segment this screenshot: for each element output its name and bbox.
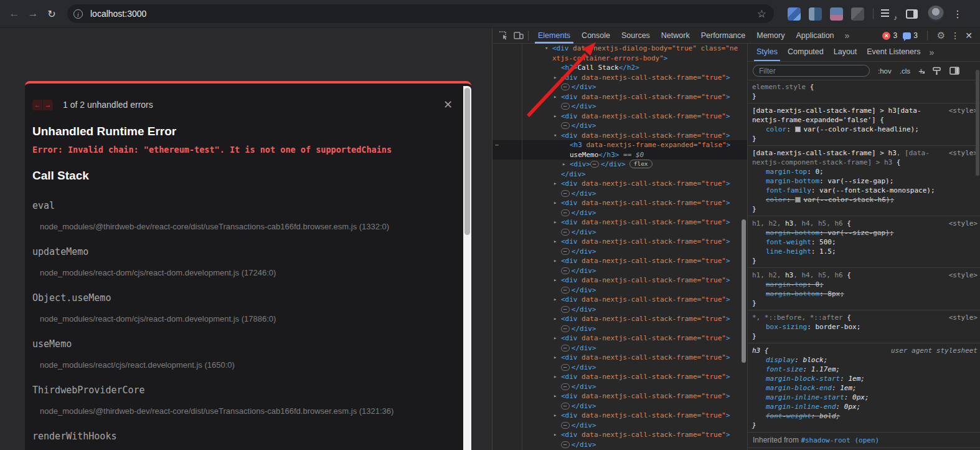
css-property[interactable]: margin-top: 0;: [752, 280, 978, 289]
devtools-tab-elements[interactable]: Elements: [532, 28, 576, 44]
dom-tree-line[interactable]: ⋯</div>: [492, 305, 747, 315]
dom-tree-line[interactable]: ▸<div data-nextjs-call-stack-frame="true…: [492, 112, 747, 122]
elements-scrollbar-thumb[interactable]: [742, 219, 746, 363]
devtools-tab-sources[interactable]: Sources: [616, 28, 656, 44]
frame-location[interactable]: node_modules/react-dom/cjs/react-dom.dev…: [40, 314, 453, 323]
css-property[interactable]: display: block;: [752, 355, 978, 365]
dom-tree-line[interactable]: ⋯</div>: [492, 102, 747, 112]
css-property[interactable]: font-weight: 500;: [752, 237, 978, 247]
collapsed-content-icon[interactable]: ⋯: [561, 190, 570, 197]
rule-origin-link[interactable]: <style>: [949, 313, 978, 322]
collapsed-content-icon[interactable]: ⋯: [561, 248, 570, 255]
new-style-rule-icon[interactable]: +: [918, 68, 924, 74]
collapsed-content-icon[interactable]: ⋯: [561, 422, 570, 429]
frame-name[interactable]: renderWithHooks: [32, 431, 453, 442]
devtools-tab-memory[interactable]: Memory: [751, 28, 790, 44]
dom-tree-line[interactable]: ⋯</div>: [492, 227, 747, 237]
frame-location[interactable]: node_modules/react-dom/cjs/react-dom.dev…: [40, 268, 453, 277]
css-rule[interactable]: element.style {}: [748, 80, 980, 103]
rule-origin-link[interactable]: <style>: [949, 106, 978, 115]
dom-tree-line[interactable]: ▸<div data-nextjs-call-stack-frame="true…: [492, 353, 747, 363]
devtools-menu-icon[interactable]: ⋮: [951, 31, 959, 41]
css-property[interactable]: font-family: var(--font-stack-monospace)…: [752, 186, 978, 195]
rule-origin-link[interactable]: <style>: [949, 148, 978, 158]
frame-location[interactable]: node_modules/@thirdweb-dev/react-core/di…: [40, 406, 453, 416]
computed-sidebar-icon[interactable]: [949, 67, 959, 75]
site-info-icon[interactable]: i: [73, 9, 83, 19]
styles-filter-input[interactable]: [753, 65, 870, 77]
collapsed-content-icon[interactable]: ⋯: [561, 209, 570, 216]
color-swatch[interactable]: [795, 127, 801, 132]
dom-tree-line[interactable]: ⋯</div>: [492, 421, 747, 431]
css-property[interactable]: margin-inline-start: 0px;: [752, 393, 978, 402]
frame-location[interactable]: node_modules/@thirdweb-dev/react-core/di…: [40, 222, 453, 231]
collapsed-content-icon[interactable]: ⋯: [561, 345, 570, 352]
dom-tree-line[interactable]: ⋯</div>: [492, 82, 747, 92]
collapsed-content-icon[interactable]: ⋯: [561, 383, 570, 390]
dom-tree-line[interactable]: ⋯</div>: [492, 189, 747, 199]
css-rule[interactable]: <style>[data-nextjs-call-stack-frame] > …: [748, 146, 980, 216]
paint-roller-icon[interactable]: [932, 67, 941, 75]
devtools-tab-network[interactable]: Network: [656, 28, 695, 44]
side-panel-icon[interactable]: [906, 9, 918, 19]
dom-tree-line[interactable]: ▸<div data-nextjs-call-stack-frame="true…: [492, 430, 747, 440]
collapsed-content-icon[interactable]: ⋯: [561, 122, 570, 129]
styles-scrollbar-thumb[interactable]: [976, 70, 979, 176]
dom-tree-line[interactable]: ▸<div data-nextjs-call-stack-frame="true…: [492, 314, 747, 324]
dom-tree-line[interactable]: ▸<div data-nextjs-call-stack-frame="true…: [492, 333, 747, 343]
dom-tree-line[interactable]: ⋯</div>: [492, 401, 747, 411]
next-error-button[interactable]: →: [43, 100, 53, 110]
css-property[interactable]: color: var(--color-stack-h6);: [752, 195, 978, 204]
dom-tree-line[interactable]: ⋯</div>: [492, 440, 747, 450]
device-toolbar-icon[interactable]: [513, 31, 524, 40]
css-rule[interactable]: <style>h1, h2, h3, h4, h5, h6 {margin-bo…: [748, 216, 980, 268]
issues-badge[interactable]: 3: [903, 31, 918, 40]
dom-tree-line[interactable]: ⋯</div>: [492, 285, 747, 295]
css-property[interactable]: margin-bottom: var(--size-gap);: [752, 228, 978, 237]
css-rule[interactable]: user agent stylesheeth3 {display: block;…: [748, 343, 980, 433]
media-controls-icon[interactable]: ♪: [881, 7, 896, 20]
expand-arrow-icon[interactable]: ▸: [554, 112, 557, 122]
css-rule[interactable]: <style>h1, h2, h3, h4, h5, h6 {margin-to…: [748, 268, 980, 310]
css-property[interactable]: margin-block-start: 1em;: [752, 374, 978, 383]
toggle-element-classes[interactable]: .cls: [900, 67, 910, 75]
styles-tab-computed[interactable]: Computed: [783, 44, 829, 61]
dom-tree-line[interactable]: ▸<div data-nextjs-call-stack-frame="true…: [492, 237, 747, 247]
dom-tree-line[interactable]: ⋯</div>: [492, 363, 747, 373]
url-text[interactable]: localhost:3000: [90, 9, 757, 19]
settings-gear-icon[interactable]: ⚙: [937, 30, 945, 41]
dom-tree-line[interactable]: xtjs-container-errors-body">: [492, 54, 747, 64]
css-property[interactable]: margin-inline-end: 0px;: [752, 402, 978, 411]
expand-arrow-icon[interactable]: ▸: [554, 237, 557, 247]
collapsed-content-icon[interactable]: ⋯: [561, 325, 570, 332]
styles-tab-layout[interactable]: Layout: [829, 44, 862, 61]
dom-tree-line[interactable]: ⋯</div>: [492, 208, 747, 218]
forward-icon[interactable]: →: [24, 4, 42, 23]
frame-name[interactable]: updateMemo: [32, 246, 453, 257]
expand-arrow-icon[interactable]: ▸: [554, 92, 557, 102]
css-property[interactable]: line-height: 1.5;: [752, 247, 978, 256]
dom-tree-line[interactable]: ▸<div data-nextjs-call-stack-frame="true…: [492, 372, 747, 382]
expand-arrow-icon[interactable]: ▸: [554, 179, 557, 189]
extension-icon-1[interactable]: [788, 7, 801, 21]
collapse-arrow-icon[interactable]: ▾: [545, 44, 548, 54]
devtools-close-icon[interactable]: ✕: [965, 31, 975, 41]
collapsed-content-icon[interactable]: ⋯: [561, 229, 570, 236]
expand-arrow-icon[interactable]: ▸: [554, 372, 557, 382]
expand-arrow-icon[interactable]: ▸: [562, 160, 565, 170]
frame-location[interactable]: node_modules/react/cjs/react.development…: [40, 360, 453, 370]
expand-arrow-icon[interactable]: ▸: [554, 256, 557, 266]
dom-tree-line[interactable]: ▸<div data-nextjs-call-stack-frame="true…: [492, 179, 747, 189]
dom-tree-line[interactable]: ⋯</div>: [492, 121, 747, 131]
css-rule[interactable]: <style>[data-nextjs-call-stack-frame] > …: [748, 103, 980, 146]
expand-arrow-icon[interactable]: ▸: [554, 218, 557, 227]
collapsed-content-icon[interactable]: ⋯: [561, 103, 570, 110]
css-property[interactable]: margin-block-end: 1em;: [752, 383, 978, 393]
styles-more-tabs-icon[interactable]: »: [925, 47, 938, 57]
css-property[interactable]: margin-top: 0;: [752, 167, 978, 176]
flex-badge[interactable]: flex: [629, 160, 653, 168]
dom-tree-line[interactable]: ▸<div data-nextjs-call-stack-frame="true…: [492, 391, 747, 401]
collapsed-content-icon[interactable]: ⋯: [561, 287, 570, 294]
styles-tab-styles[interactable]: Styles: [751, 44, 783, 61]
collapsed-content-icon[interactable]: ⋯: [561, 364, 570, 371]
